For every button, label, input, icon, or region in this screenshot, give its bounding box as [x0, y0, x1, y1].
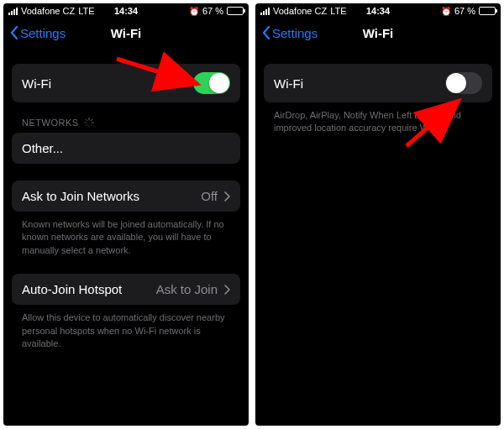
other-network-row[interactable]: Other...	[12, 133, 240, 164]
wifi-label: Wi-Fi	[22, 76, 51, 91]
page-title: Wi-Fi	[111, 26, 142, 40]
auto-join-hotspot-footer: Allow this device to automatically disco…	[12, 305, 240, 350]
screen-body-left: Wi-Fi NETWORKS Other...	[3, 64, 249, 350]
carrier-label: Vodafone CZ	[21, 6, 75, 16]
phone-left: Vodafone CZ LTE 14:34 ⏰ 67 % Settings Wi…	[3, 3, 249, 426]
other-network-label: Other...	[22, 141, 63, 155]
wifi-toggle-off[interactable]	[445, 72, 482, 94]
screen-body-right: Wi-Fi AirDrop, AirPlay, Notify When Left…	[255, 64, 501, 135]
page-title: Wi-Fi	[363, 26, 394, 40]
wifi-toggle-row[interactable]: Wi-Fi	[12, 64, 240, 102]
status-bar: Vodafone CZ LTE 14:34 ⏰ 67 %	[3, 3, 249, 18]
signal-bars-icon	[8, 8, 18, 15]
wifi-label: Wi-Fi	[274, 76, 303, 91]
status-time: 14:34	[114, 6, 138, 16]
toggle-knob	[446, 73, 466, 93]
signal-bars-icon	[260, 8, 270, 15]
wifi-toggle-row[interactable]: Wi-Fi	[264, 64, 492, 102]
back-button[interactable]: Settings	[262, 26, 318, 40]
battery-pct-label: 67 %	[202, 6, 223, 16]
carrier-label: Vodafone CZ	[273, 6, 327, 16]
alarm-icon: ⏰	[189, 7, 199, 16]
auto-join-hotspot-label: Auto-Join Hotspot	[22, 282, 122, 296]
svg-line-5	[91, 124, 92, 126]
wifi-off-footer: AirDrop, AirPlay, Notify When Left Behin…	[264, 102, 492, 135]
back-label: Settings	[20, 26, 66, 40]
chevron-right-icon	[224, 191, 230, 201]
back-button[interactable]: Settings	[10, 26, 66, 40]
chevron-left-icon	[262, 26, 270, 39]
nav-header: Settings Wi-Fi	[3, 18, 249, 47]
ask-to-join-row[interactable]: Ask to Join Networks Off	[12, 180, 240, 212]
network-type-label: LTE	[78, 6, 94, 16]
battery-icon	[227, 7, 244, 15]
auto-join-hotspot-row[interactable]: Auto-Join Hotspot Ask to Join	[12, 274, 240, 305]
toggle-knob	[209, 73, 229, 93]
status-time: 14:34	[366, 6, 390, 16]
ask-to-join-footer: Known networks will be joined automatica…	[12, 212, 240, 257]
networks-header-text: NETWORKS	[22, 118, 79, 128]
battery-pct-label: 67 %	[454, 6, 475, 16]
ask-to-join-label: Ask to Join Networks	[22, 189, 139, 203]
network-type-label: LTE	[330, 6, 346, 16]
phone-right: Vodafone CZ LTE 14:34 ⏰ 67 % Settings Wi…	[255, 3, 501, 426]
networks-section-header: NETWORKS	[12, 102, 240, 133]
nav-header: Settings Wi-Fi	[255, 18, 501, 47]
battery-icon	[479, 7, 496, 15]
svg-line-6	[86, 124, 87, 126]
svg-line-4	[86, 119, 87, 121]
chevron-right-icon	[224, 285, 230, 295]
svg-line-7	[91, 119, 92, 121]
alarm-icon: ⏰	[441, 7, 451, 16]
chevron-left-icon	[10, 26, 18, 39]
ask-to-join-value: Off	[201, 189, 218, 203]
spinner-icon	[84, 118, 94, 128]
auto-join-hotspot-value: Ask to Join	[156, 282, 218, 296]
wifi-toggle-on[interactable]	[193, 72, 230, 94]
back-label: Settings	[272, 26, 318, 40]
status-bar: Vodafone CZ LTE 14:34 ⏰ 67 %	[255, 3, 501, 18]
